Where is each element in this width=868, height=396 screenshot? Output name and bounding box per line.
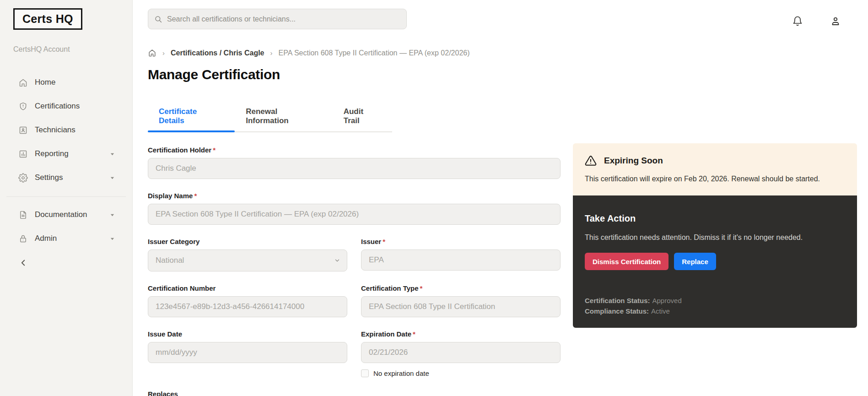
field-display-name: Display Name* <box>148 192 561 225</box>
page-title: Manage Certification <box>148 67 280 82</box>
field-certification-number: Certification Number <box>148 284 347 317</box>
status-value: Active <box>651 307 670 315</box>
search-input[interactable] <box>167 15 400 23</box>
field-label: Issuer <box>361 238 381 245</box>
search-icon <box>154 15 162 23</box>
sidebar-item-documentation[interactable]: Documentation <box>0 203 132 227</box>
breadcrumb-separator: › <box>162 49 165 57</box>
id-card-icon <box>18 125 28 135</box>
issuer-input[interactable] <box>361 250 561 271</box>
chevron-down-icon <box>110 236 115 241</box>
document-icon <box>18 210 28 220</box>
field-issuer-category: Issuer Category National <box>148 238 347 271</box>
required-marker: * <box>383 238 385 245</box>
no-expiration-checkbox[interactable] <box>361 369 369 377</box>
certificate-details-form: Certification Holder* Display Name* Issu… <box>148 146 561 396</box>
home-icon[interactable] <box>148 49 156 57</box>
breadcrumb-separator: › <box>270 49 273 57</box>
user-icon <box>830 16 841 27</box>
status-label: Certification Status: <box>585 297 650 304</box>
selected-option: National <box>156 256 184 265</box>
take-action-panel: Take Action This certification needs att… <box>573 195 857 328</box>
alert-message: This certification will expire on Feb 20… <box>585 174 845 183</box>
sidebar-item-label: Home <box>35 78 55 87</box>
field-label: Issue Date <box>148 330 347 338</box>
certification-holder-input[interactable] <box>148 158 561 179</box>
field-label: Expiration Date <box>361 330 411 338</box>
breadcrumb-link-certifications[interactable]: Certifications / Chris Cagle <box>171 49 264 57</box>
sidebar-item-certifications[interactable]: Certifications <box>0 94 132 118</box>
field-label: Certification Type <box>361 284 419 292</box>
field-label: Certification Number <box>148 284 347 292</box>
certification-type-input[interactable] <box>361 296 561 317</box>
chevron-down-icon <box>110 212 115 217</box>
field-issue-date: Issue Date <box>148 330 347 377</box>
sidebar-item-reporting[interactable]: Reporting <box>0 142 132 166</box>
field-label: Display Name <box>148 192 193 200</box>
account-button[interactable] <box>829 14 842 28</box>
form-row: Issue Date Expiration Date* No expiratio… <box>148 330 561 377</box>
chevron-down-icon <box>110 152 115 157</box>
field-certification-type: Certification Type* <box>361 284 561 317</box>
form-row: Issuer Category National Issuer* <box>148 238 561 271</box>
expiring-soon-alert: Expiring Soon This certification will ex… <box>573 143 857 195</box>
sidebar-item-home[interactable]: Home <box>0 71 132 94</box>
sidebar-item-label: Certifications <box>35 102 80 111</box>
field-certification-holder: Certification Holder* <box>148 146 561 179</box>
dismiss-certification-button[interactable]: Dismiss Certification <box>585 253 669 270</box>
notifications-button[interactable] <box>791 14 804 28</box>
sidebar-item-label: Admin <box>35 234 57 243</box>
account-label: CertsHQ Account <box>13 45 132 54</box>
display-name-input[interactable] <box>148 204 561 225</box>
lock-icon <box>18 234 28 244</box>
sidebar-item-admin[interactable]: Admin <box>0 227 132 250</box>
required-marker: * <box>194 192 197 200</box>
status-block: Certification Status:Approved Compliance… <box>585 296 845 315</box>
shield-icon <box>18 102 28 111</box>
sidebar-item-label: Technicians <box>35 125 75 135</box>
chevron-down-icon <box>334 257 340 264</box>
action-title: Take Action <box>585 213 845 224</box>
tab-certificate-details[interactable]: Certificate Details <box>148 107 235 131</box>
no-expiration-row: No expiration date <box>361 369 561 377</box>
no-expiration-label: No expiration date <box>373 369 429 377</box>
bell-icon <box>792 16 803 27</box>
replace-button[interactable]: Replace <box>674 253 716 270</box>
field-issuer: Issuer* <box>361 238 561 271</box>
sidebar-item-label: Documentation <box>35 210 87 219</box>
status-value: Approved <box>652 297 682 304</box>
certification-status-panel: Expiring Soon This certification will ex… <box>573 143 857 328</box>
required-marker: * <box>413 330 415 338</box>
field-label: Replaces <box>148 390 561 396</box>
action-message: This certification needs attention. Dism… <box>585 233 845 242</box>
sidebar-nav: Home Certifications Technicians Reportin… <box>0 71 132 250</box>
field-label: Certification Holder <box>148 146 211 154</box>
sidebar-collapse-button[interactable] <box>18 258 28 268</box>
bar-chart-icon <box>18 149 28 159</box>
gear-icon <box>18 173 28 183</box>
tab-bar: Certificate Details Renewal Information … <box>148 107 392 132</box>
field-replaces: Replaces <box>148 390 561 396</box>
app-logo: Certs HQ <box>13 8 82 30</box>
expiration-date-input[interactable] <box>361 342 561 363</box>
certification-number-input[interactable] <box>148 296 347 317</box>
warning-triangle-icon <box>585 155 597 167</box>
global-search[interactable] <box>148 9 407 29</box>
issue-date-input[interactable] <box>148 342 347 363</box>
sidebar: Certs HQ CertsHQ Account Home Certificat… <box>0 0 133 396</box>
tab-renewal-information[interactable]: Renewal Information <box>235 107 333 131</box>
certification-status: Certification Status:Approved <box>585 296 845 305</box>
alert-title: Expiring Soon <box>604 156 663 166</box>
field-expiration-date: Expiration Date* No expiration date <box>361 330 561 377</box>
sidebar-item-settings[interactable]: Settings <box>0 166 132 190</box>
chevron-down-icon <box>110 175 115 180</box>
form-row: Certification Number Certification Type* <box>148 284 561 317</box>
required-marker: * <box>420 284 423 292</box>
sidebar-item-label: Reporting <box>35 149 69 158</box>
main-content: › Certifications / Chris Cagle › EPA Sec… <box>133 0 868 396</box>
tab-audit-trail[interactable]: Audit Trail <box>333 107 392 131</box>
issuer-category-select[interactable]: National <box>148 250 347 271</box>
sidebar-item-technicians[interactable]: Technicians <box>0 118 132 142</box>
compliance-status: Compliance Status:Active <box>585 307 845 315</box>
field-label: Issuer Category <box>148 238 347 245</box>
